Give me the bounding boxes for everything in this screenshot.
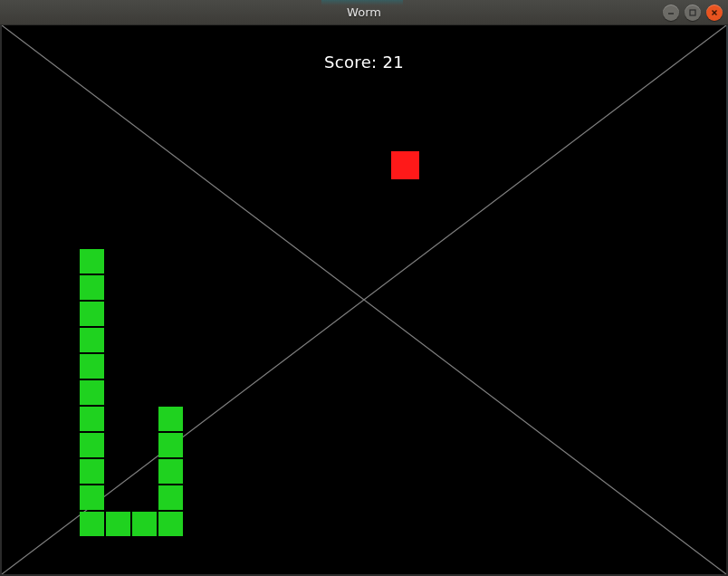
diagonal-lines <box>2 25 726 574</box>
snake-segment <box>158 459 183 484</box>
snake-segment <box>80 459 104 484</box>
score-display: Score: 21 <box>324 53 404 72</box>
svg-rect-1 <box>690 10 695 15</box>
snake-segment <box>158 512 183 536</box>
snake-segment <box>80 328 104 352</box>
snake-segment <box>158 407 183 431</box>
snake-segment <box>80 433 104 457</box>
snake-segment <box>106 512 130 536</box>
game-canvas[interactable]: Score: 21 <box>2 25 726 574</box>
score-label: Score: <box>324 53 377 72</box>
maximize-icon <box>688 8 697 17</box>
snake-segment <box>80 407 104 431</box>
snake-segment <box>80 275 104 300</box>
window-title: Worm <box>347 5 381 19</box>
snake-segment <box>80 485 104 510</box>
maximize-button[interactable] <box>685 5 701 21</box>
food-block <box>391 151 419 179</box>
snake-segment <box>80 249 104 274</box>
snake-segment <box>80 512 104 536</box>
snake-segment <box>132 512 157 536</box>
score-value: 21 <box>382 53 404 72</box>
snake-segment <box>80 380 104 405</box>
snake-segment <box>80 302 104 326</box>
window-controls <box>663 5 723 21</box>
snake-segment <box>158 485 183 510</box>
minimize-button[interactable] <box>663 5 679 21</box>
close-icon <box>710 8 719 17</box>
minimize-icon <box>666 8 675 17</box>
close-button[interactable] <box>706 5 723 21</box>
window-titlebar: Worm <box>0 0 728 25</box>
snake-segment <box>80 354 104 379</box>
snake-segment <box>158 433 183 457</box>
